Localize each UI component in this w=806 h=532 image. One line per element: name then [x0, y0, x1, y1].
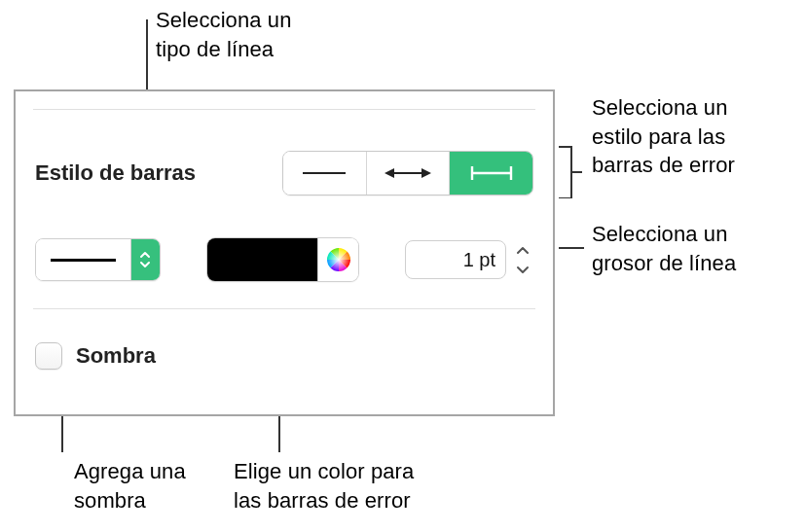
- arrow-line-icon: [381, 163, 435, 183]
- shadow-label: Sombra: [76, 343, 156, 369]
- plain-line-icon: [297, 163, 351, 183]
- svg-marker-2: [385, 168, 394, 178]
- bar-style-panel: Estilo de barras: [14, 89, 555, 416]
- chevron-up-down-icon: [139, 249, 151, 270]
- callout-bracket-style: [559, 146, 582, 198]
- error-style-arrow-line[interactable]: [367, 152, 451, 195]
- line-thickness-stepper: 1 pt: [405, 240, 533, 279]
- stepper-down[interactable]: [512, 261, 533, 277]
- callout-thickness: Selecciona un grosor de línea: [592, 220, 736, 277]
- line-thickness-value: 1 pt: [463, 249, 495, 271]
- chevron-up-icon: [516, 246, 530, 256]
- row-style: Estilo de barras: [35, 110, 533, 219]
- callout-line: [559, 247, 584, 249]
- callout-style: Selecciona un estilo para las barras de …: [592, 93, 735, 180]
- chevron-down-icon: [516, 265, 530, 274]
- line-type-toggle[interactable]: [130, 239, 160, 280]
- line-thickness-field[interactable]: 1 pt: [405, 240, 506, 279]
- error-style-capped-line[interactable]: [450, 152, 532, 195]
- row-shadow: Sombra: [35, 309, 533, 370]
- color-picker-button[interactable]: [317, 238, 358, 281]
- section-title: Estilo de barras: [35, 160, 196, 186]
- stepper-up[interactable]: [512, 242, 533, 259]
- error-bar-color-well[interactable]: [207, 238, 358, 281]
- svg-marker-3: [421, 168, 431, 178]
- callout-shadow: Agrega una sombra: [74, 457, 186, 514]
- color-swatch[interactable]: [207, 238, 317, 281]
- callout-linetype: Selecciona un tipo de línea: [156, 6, 292, 63]
- callout-color: Elige un color para las barras de error: [234, 457, 414, 514]
- svg-point-7: [327, 248, 350, 271]
- solid-line-icon: [51, 259, 117, 262]
- line-type-dropdown[interactable]: [35, 238, 161, 281]
- line-type-preview: [36, 239, 130, 280]
- capped-line-icon: [464, 163, 519, 183]
- row-line-controls: 1 pt: [35, 219, 533, 308]
- error-bar-style-segmented[interactable]: [282, 151, 533, 195]
- error-style-plain-line[interactable]: [283, 152, 367, 195]
- shadow-checkbox[interactable]: [35, 342, 62, 370]
- color-wheel-icon: [326, 247, 351, 272]
